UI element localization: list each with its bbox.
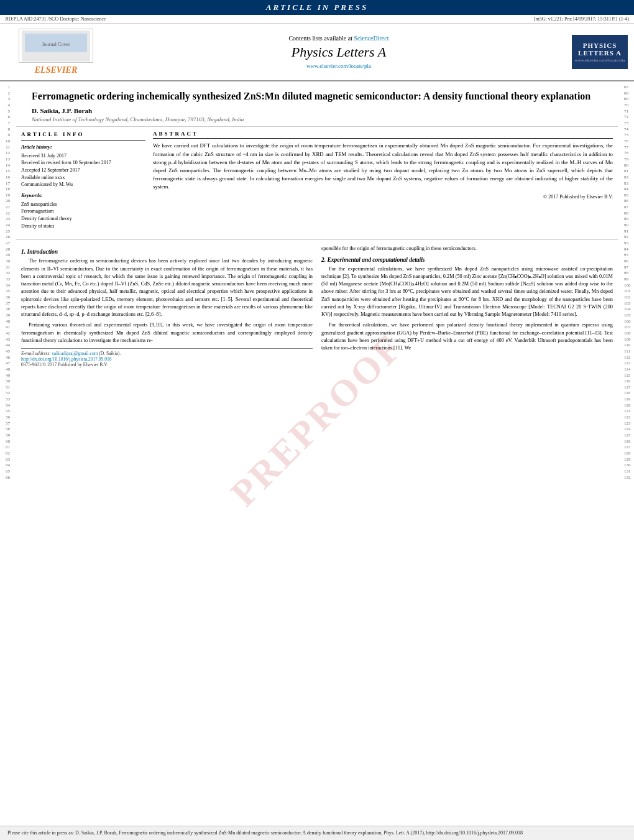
abstract-text: We have carried out DFT calculations to …: [153, 142, 613, 191]
doi-link[interactable]: http://dx.doi.org/10.1016/j.physleta.201…: [21, 356, 313, 362]
communicated-by: Communicated by M. Wu: [21, 181, 145, 188]
article-info-heading: ARTICLE INFO: [21, 131, 145, 141]
email-who: (D. Saikia).: [99, 351, 121, 356]
info-abstract-row: ARTICLE INFO Article history: Received 3…: [16, 127, 618, 237]
keyword-2: Ferromagnetism: [21, 208, 145, 215]
abstract-section: ABSTRACT We have carried out DFT calcula…: [153, 131, 613, 199]
svg-text:Journal Cover: Journal Cover: [42, 42, 70, 47]
abstract-col: ABSTRACT We have carried out DFT calcula…: [153, 131, 613, 233]
intro-heading: 1. Introduction: [21, 249, 313, 255]
intro-continue: sponsible for the origin of ferromagneti…: [321, 245, 613, 252]
section2-para-2-text: For theoretical calculations, we have pe…: [321, 321, 613, 352]
intro-para-2-text: Pertaining various theoretical and exper…: [21, 321, 313, 344]
body-col-right: sponsible for the origin of ferromagneti…: [321, 245, 613, 367]
history-section: Article history: Received 31 July 2017 R…: [21, 144, 145, 188]
journal-right-logo: PHYSICS LETTERS A www.elsevier.com/locat…: [572, 35, 628, 69]
bottom-citation-bar: Please cite this article in press as: D.…: [0, 826, 634, 840]
journal-url[interactable]: www.elsevier.com/locate/pla: [106, 63, 572, 69]
journal-title: Physics Letters A: [106, 44, 572, 60]
line-numbers-left: 12 34 56 78 910 1112 1314 1516 1718 1920…: [0, 81, 11, 826]
issn-line: 0375-9601/© 2017 Published by Elsevier B…: [21, 362, 313, 367]
meta-line: JID:PLA AID:24731 /SCO Doctopic: Nanosci…: [0, 15, 634, 24]
revised-date: Received in revised form 10 September 20…: [21, 159, 145, 167]
contents-text: Contents lists available at: [288, 35, 352, 42]
keyword-3: Density functional theory: [21, 215, 145, 223]
article-title: Ferromagnetic ordering inchemically synt…: [32, 90, 602, 103]
copyright-line: © 2017 Published by Elsevier B.V.: [153, 194, 613, 200]
history-label: Article history:: [21, 144, 145, 151]
intro-para-2: Pertaining various theoretical and exper…: [21, 321, 313, 344]
keywords-label: Keywords:: [21, 192, 145, 200]
journal-header: Journal Cover ELSEVIER Contents lists av…: [0, 24, 634, 81]
article-authors: D. Saikia, J.P. Borah: [32, 107, 602, 114]
section2-heading: 2. Experimental and computational detail…: [321, 257, 613, 263]
elsevier-logo: ELSEVIER: [35, 65, 77, 75]
journal-thumbnail: Journal Cover: [19, 29, 93, 63]
section2-para-1-text: For the experimental calculations, we ha…: [321, 265, 613, 319]
email-label: E-mail address:: [21, 351, 51, 356]
journal-center: Contents lists available at ScienceDirec…: [106, 35, 572, 69]
pla-sub: www.elsevier.com/locate/pla: [575, 58, 625, 63]
accepted-date: Accepted 12 September 2017: [21, 167, 145, 174]
journal-logo-area: Journal Cover ELSEVIER: [6, 29, 106, 75]
line-numbers-right: 6768 6970 7172 7374 7576 7778 7980 8182 …: [623, 81, 634, 826]
keyword-4: Density of states: [21, 223, 145, 230]
contents-label: Contents lists available at ScienceDirec…: [106, 35, 572, 42]
article-in-press-label: ARTICLE IN PRESS: [266, 2, 368, 12]
sciencedirect-link[interactable]: ScienceDirect: [354, 35, 388, 42]
meta-left: JID:PLA AID:24731 /SCO Doctopic: Nanosci…: [5, 16, 106, 22]
keyword-1: ZnS nanoparticles: [21, 201, 145, 208]
meta-right: [m5G; v1.221; Pm:14/09/2017; 15:31] P.1 …: [534, 16, 629, 22]
pla-title: PHYSICS LETTERS A: [574, 42, 625, 57]
intro-para-1-text: The ferromagnetic ordering in semiconduc…: [21, 257, 313, 318]
section2-para-2: For theoretical calculations, we have pe…: [321, 321, 613, 352]
article-title-section: Ferromagnetic ordering inchemically synt…: [16, 85, 618, 127]
available-date: Available online xxxx: [21, 174, 145, 182]
article-info-col: ARTICLE INFO Article history: Received 3…: [21, 131, 145, 233]
body-section: 1. Introduction The ferromagnetic orderi…: [16, 242, 618, 370]
intro-continue-text: sponsible for the origin of ferromagneti…: [321, 246, 477, 251]
top-bar: ARTICLE IN PRESS: [0, 0, 634, 15]
body-col-left: 1. Introduction The ferromagnetic orderi…: [21, 245, 313, 367]
section2-para-1: For the experimental calculations, we ha…: [321, 265, 613, 319]
article-info: ARTICLE INFO Article history: Received 3…: [21, 131, 145, 229]
email-address[interactable]: saikiadipraj@gmail.com: [52, 351, 98, 356]
footnote-area: E-mail address: saikiadipraj@gmail.com (…: [21, 348, 313, 367]
abstract-heading: ABSTRACT: [153, 131, 613, 139]
section-divider: [16, 239, 618, 240]
main-content: Ferromagnetic ordering inchemically synt…: [11, 81, 623, 826]
received-date: Received 31 July 2017: [21, 152, 145, 160]
intro-para-1: The ferromagnetic ordering in semiconduc…: [21, 257, 313, 318]
footnote-email: E-mail address: saikiadipraj@gmail.com (…: [21, 351, 313, 356]
page-wrapper: PREPROOF ARTICLE IN PRESS JID:PLA AID:24…: [0, 0, 634, 840]
keywords-section: Keywords: ZnS nanoparticles Ferromagneti…: [21, 192, 145, 229]
bottom-citation-text: Please cite this article in press as: D.…: [7, 830, 523, 836]
article-affiliation: National Institute of Technology Nagalan…: [32, 116, 602, 122]
content-with-lines: 12 34 56 78 910 1112 1314 1516 1718 1920…: [0, 81, 634, 826]
